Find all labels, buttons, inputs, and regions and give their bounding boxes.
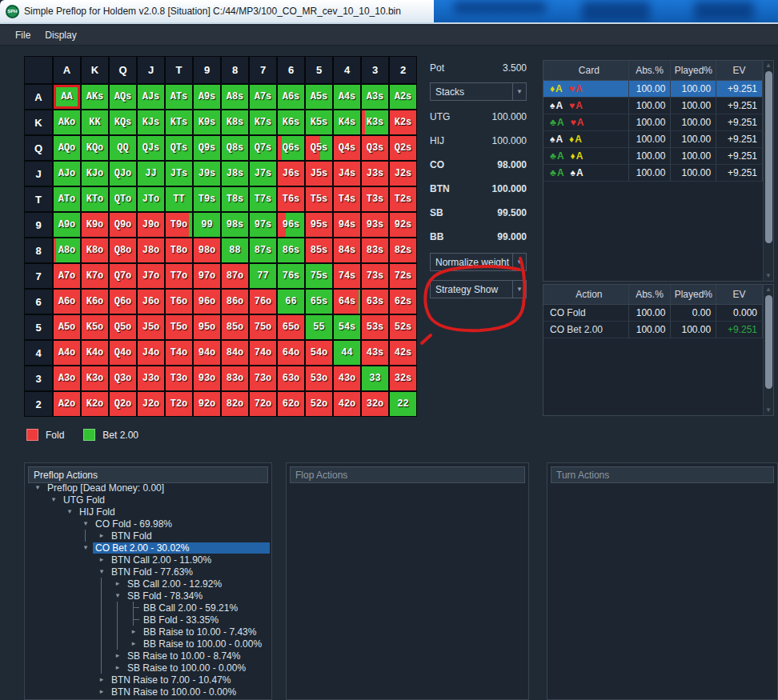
strategy-show-dropdown[interactable]: Strategy Show ▼ xyxy=(430,280,527,298)
hand-cell-AJo[interactable]: AJo xyxy=(54,162,80,186)
hand-cell-J2s[interactable]: J2s xyxy=(390,162,416,186)
hand-cell-85s[interactable]: 85s xyxy=(306,238,332,262)
hand-cell-Q4s[interactable]: Q4s xyxy=(334,136,360,160)
expand-icon[interactable]: ▸ xyxy=(97,554,106,566)
hand-cell-72s[interactable]: 72s xyxy=(390,264,416,288)
hand-cell-73s[interactable]: 73s xyxy=(362,264,388,288)
normalize-weight-dropdown[interactable]: Normalize weight ▼ xyxy=(430,253,527,271)
table-row[interactable]: CO Fold100.000.000.000 xyxy=(543,305,763,322)
collapse-icon[interactable]: ▾ xyxy=(97,566,106,578)
hand-cell-J9s[interactable]: J9s xyxy=(194,162,220,186)
hand-cell-K6o[interactable]: K6o xyxy=(82,290,108,314)
tree-row[interactable]: ▸SB Call 2.00 - 12.92% xyxy=(26,578,270,590)
hand-cell-96o[interactable]: 96o xyxy=(194,290,220,314)
scrollbar-thumb[interactable] xyxy=(765,295,772,389)
tree-row[interactable]: ▸BTN Fold xyxy=(26,530,270,542)
hand-cell-T8o[interactable]: T8o xyxy=(166,238,192,262)
hand-cell-A6o[interactable]: A6o xyxy=(54,290,80,314)
hand-cell-63s[interactable]: 63s xyxy=(362,290,388,314)
hand-cell-65s[interactable]: 65s xyxy=(306,290,332,314)
hand-cell-AKo[interactable]: AKo xyxy=(54,110,80,134)
hand-cell-97o[interactable]: 97o xyxy=(194,264,220,288)
hand-cell-T3s[interactable]: T3s xyxy=(362,187,388,211)
tree-row[interactable]: ▸BB Raise to 10.00 - 7.43% xyxy=(26,626,270,638)
expand-icon[interactable]: ▸ xyxy=(113,650,122,662)
hand-cell-52s[interactable]: 52s xyxy=(390,315,416,339)
hand-cell-JTo[interactable]: JTo xyxy=(138,187,164,211)
hand-cell-73o[interactable]: 73o xyxy=(250,366,276,390)
hand-cell-K9s[interactable]: K9s xyxy=(194,110,220,134)
collapse-icon[interactable]: ▾ xyxy=(113,590,122,602)
hand-cell-Q4o[interactable]: Q4o xyxy=(110,341,136,365)
tree-row[interactable]: ▸SB Raise to 10.00 - 8.74% xyxy=(26,650,270,662)
hand-cell-K4o[interactable]: K4o xyxy=(82,341,108,365)
hand-cell-66[interactable]: 66 xyxy=(278,290,304,314)
hand-cell-74o[interactable]: 74o xyxy=(250,341,276,365)
hand-cell-96s[interactable]: 96s xyxy=(278,213,304,237)
hand-cell-43o[interactable]: 43o xyxy=(334,366,360,390)
expand-icon[interactable]: ▸ xyxy=(97,686,106,698)
hand-cell-AQo[interactable]: AQo xyxy=(54,136,80,160)
hand-cell-87o[interactable]: 87o xyxy=(222,264,248,288)
expand-icon[interactable]: ▸ xyxy=(97,530,106,542)
hand-cell-98s[interactable]: 98s xyxy=(222,213,248,237)
hand-cell-JJ[interactable]: JJ xyxy=(138,162,164,186)
hand-cell-QTo[interactable]: QTo xyxy=(110,187,136,211)
hand-cell-86o[interactable]: 86o xyxy=(222,290,248,314)
hand-cell-KQo[interactable]: KQo xyxy=(82,136,108,160)
hand-cell-98o[interactable]: 98o xyxy=(194,238,220,262)
expand-icon[interactable]: ▸ xyxy=(129,638,138,650)
hand-cell-T5o[interactable]: T5o xyxy=(166,315,192,339)
hand-cell-A9o[interactable]: A9o xyxy=(54,213,80,237)
hand-cell-KK[interactable]: KK xyxy=(82,110,108,134)
hand-cell-44[interactable]: 44 xyxy=(334,341,360,365)
hand-cell-32o[interactable]: 32o xyxy=(362,392,388,416)
hand-cell-Q7o[interactable]: Q7o xyxy=(110,264,136,288)
hand-cell-42o[interactable]: 42o xyxy=(334,392,360,416)
hand-cell-22[interactable]: 22 xyxy=(390,392,416,416)
hand-cell-82s[interactable]: 82s xyxy=(390,238,416,262)
hand-cell-A8o[interactable]: A8o xyxy=(54,238,80,262)
collapse-icon[interactable]: ▾ xyxy=(49,494,58,506)
hand-cell-KTs[interactable]: KTs xyxy=(166,110,192,134)
collapse-icon[interactable]: ▾ xyxy=(33,482,42,494)
scroll-up-icon[interactable]: ▲ xyxy=(764,285,773,294)
hand-cell-K6s[interactable]: K6s xyxy=(278,110,304,134)
hand-cell-J5o[interactable]: J5o xyxy=(138,315,164,339)
hand-cell-T8s[interactable]: T8s xyxy=(222,187,248,211)
hand-cell-33[interactable]: 33 xyxy=(362,366,388,390)
hand-cell-85o[interactable]: 85o xyxy=(222,315,248,339)
hand-cell-QJo[interactable]: QJo xyxy=(110,162,136,186)
table-row[interactable]: ♠A♦A100.00100.00+9.251 xyxy=(543,131,763,148)
hand-cell-T2s[interactable]: T2s xyxy=(390,187,416,211)
chevron-down-icon[interactable]: ▼ xyxy=(512,281,526,298)
hand-cell-KTo[interactable]: KTo xyxy=(82,187,108,211)
hand-cell-AQs[interactable]: AQs xyxy=(110,85,136,109)
hand-cell-42s[interactable]: 42s xyxy=(390,341,416,365)
table-row[interactable]: ♣A♥A100.00100.00+9.251 xyxy=(543,114,763,131)
hand-cell-A9s[interactable]: A9s xyxy=(194,85,220,109)
hand-cell-J2o[interactable]: J2o xyxy=(138,392,164,416)
menu-item-file[interactable]: File xyxy=(8,27,38,43)
hand-cell-82o[interactable]: 82o xyxy=(222,392,248,416)
hand-cell-76o[interactable]: 76o xyxy=(250,290,276,314)
hand-cell-52o[interactable]: 52o xyxy=(306,392,332,416)
hand-cell-Q6s[interactable]: Q6s xyxy=(278,136,304,160)
hand-cell-K5s[interactable]: K5s xyxy=(306,110,332,134)
hand-cell-T7o[interactable]: T7o xyxy=(166,264,192,288)
hand-cell-83o[interactable]: 83o xyxy=(222,366,248,390)
hand-cell-Q2o[interactable]: Q2o xyxy=(110,392,136,416)
hand-cell-T6s[interactable]: T6s xyxy=(278,187,304,211)
hand-cell-65o[interactable]: 65o xyxy=(278,315,304,339)
hand-cell-88[interactable]: 88 xyxy=(222,238,248,262)
hand-cell-Q7s[interactable]: Q7s xyxy=(250,136,276,160)
expand-icon[interactable]: ▸ xyxy=(129,626,138,638)
hand-cell-53s[interactable]: 53s xyxy=(362,315,388,339)
hand-cell-K7s[interactable]: K7s xyxy=(250,110,276,134)
hand-cell-JTs[interactable]: JTs xyxy=(166,162,192,186)
scrollbar-thumb[interactable] xyxy=(765,71,772,243)
hand-cell-J8s[interactable]: J8s xyxy=(222,162,248,186)
tree-row[interactable]: ▸BTN Call 2.00 - 11.90% xyxy=(26,554,270,566)
hand-cell-54o[interactable]: 54o xyxy=(306,341,332,365)
hand-cell-72o[interactable]: 72o xyxy=(250,392,276,416)
